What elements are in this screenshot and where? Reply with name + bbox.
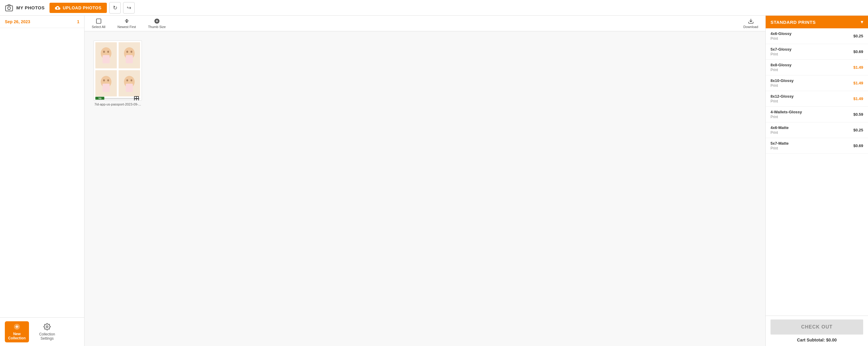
svg-point-27 (126, 50, 128, 53)
passport-photo-svg: 7ID (94, 41, 142, 100)
svg-rect-36 (126, 83, 133, 92)
print-name: 8x12-Glossy (771, 94, 794, 99)
print-info: 8x8-Glossy Print (771, 63, 791, 72)
my-photos-section: MY PHOTOS (5, 4, 45, 12)
svg-point-1 (7, 7, 10, 9)
download-button[interactable]: Download (741, 17, 761, 30)
thumb-size-button[interactable]: Thumb Size (146, 17, 168, 30)
print-item[interactable]: 5x7-Glossy Print $0.69 (766, 44, 868, 60)
svg-point-33 (107, 79, 109, 81)
sidebar-spacer (0, 28, 84, 317)
prints-list: 4x6-Glossy Print $0.25 5x7-Glossy Print … (766, 28, 868, 316)
print-type: Print (771, 68, 791, 72)
print-info: 5x7-Glossy Print (771, 47, 791, 56)
newest-first-button[interactable]: Newest First (115, 17, 138, 30)
refresh-icon: ↻ (113, 4, 117, 11)
svg-rect-26 (126, 55, 133, 64)
print-price: $0.69 (853, 143, 863, 148)
svg-rect-44 (137, 97, 138, 98)
newest-first-label: Newest First (117, 25, 136, 29)
print-info: 4x6-Glossy Print (771, 31, 791, 41)
share-button[interactable]: ↪ (123, 2, 134, 13)
print-item[interactable]: 4-Wallets-Glossy Print $0.59 (766, 107, 868, 123)
svg-rect-21 (103, 55, 110, 64)
gear-icon (43, 323, 51, 330)
svg-point-32 (103, 79, 105, 81)
share-icon: ↪ (127, 4, 131, 11)
main-layout: Sep 26, 2023 1 New Collection Collection… (0, 16, 868, 346)
print-name: 8x8-Glossy (771, 63, 791, 67)
thumb-size-icon (154, 18, 160, 24)
date-row: Sep 26, 2023 1 (0, 16, 84, 28)
print-item[interactable]: 8x10-Glossy Print $1.49 (766, 75, 868, 91)
date-label: Sep 26, 2023 (5, 19, 30, 24)
select-all-label: Select All (92, 25, 105, 29)
print-name: 4x6-Glossy (771, 31, 791, 36)
standard-prints-header[interactable]: STANDARD PRINTS ▾ (766, 16, 868, 28)
svg-point-22 (103, 50, 105, 53)
svg-rect-45 (134, 99, 136, 100)
print-price: $0.25 (853, 128, 863, 132)
photo-item[interactable]: 7ID 7id-app-us-passport-2023-09-... (94, 40, 142, 106)
print-name: 4x6-Matte (771, 126, 788, 130)
print-name: 4-Wallets-Glossy (771, 110, 802, 114)
upload-photos-button[interactable]: UPLOAD PHOTOS (50, 3, 107, 13)
print-type: Print (771, 52, 791, 56)
svg-rect-9 (126, 22, 127, 23)
photo-thumbnail: 7ID (94, 40, 142, 101)
cloud-upload-icon (55, 5, 60, 10)
print-type: Print (771, 115, 802, 119)
collection-settings-label: Collection Settings (35, 332, 59, 341)
svg-text:7ID: 7ID (98, 97, 101, 100)
right-panel: STANDARD PRINTS ▾ 4x6-Glossy Print $0.25… (765, 16, 868, 346)
svg-point-38 (130, 79, 132, 81)
sort-icon (124, 18, 130, 24)
checkbox-icon (96, 18, 102, 24)
print-price: $0.59 (853, 112, 863, 117)
print-info: 4x6-Matte Print (771, 126, 788, 135)
center-content: Select All Newest First Thumb Size (85, 16, 765, 346)
new-collection-button[interactable]: New Collection (5, 321, 29, 342)
collection-settings-button[interactable]: Collection Settings (35, 321, 59, 342)
print-name: 5x7-Matte (771, 141, 788, 146)
print-price: $1.49 (853, 81, 863, 85)
camera-icon (5, 4, 13, 12)
print-price: $1.49 (853, 97, 863, 101)
standard-prints-label: STANDARD PRINTS (771, 20, 816, 25)
print-item[interactable]: 8x8-Glossy Print $1.49 (766, 60, 868, 75)
print-info: 4-Wallets-Glossy Print (771, 110, 802, 119)
print-name: 5x7-Glossy (771, 47, 791, 51)
print-item[interactable]: 8x12-Glossy Print $1.49 (766, 91, 868, 107)
print-item[interactable]: 4x6-Matte Print $0.25 (766, 123, 868, 138)
print-info: 8x12-Glossy Print (771, 94, 794, 103)
photo-filename: 7id-app-us-passport-2023-09-... (94, 102, 141, 106)
refresh-button[interactable]: ↻ (109, 2, 121, 13)
svg-point-5 (46, 326, 48, 327)
print-price: $1.49 (853, 65, 863, 70)
svg-rect-43 (134, 97, 136, 98)
print-type: Print (771, 131, 788, 135)
download-icon (748, 18, 754, 24)
svg-rect-46 (137, 99, 138, 100)
print-type: Print (771, 99, 794, 103)
print-info: 8x10-Glossy Print (771, 78, 794, 88)
checkout-section: CHECK OUT Cart Subtotal: $0.00 (766, 316, 868, 346)
checkout-button[interactable]: CHECK OUT (771, 319, 863, 335)
svg-rect-6 (96, 19, 101, 24)
svg-point-37 (126, 79, 128, 81)
chevron-down-icon: ▾ (861, 19, 864, 25)
svg-point-28 (130, 50, 132, 53)
cart-subtotal: Cart Subtotal: $0.00 (771, 338, 863, 342)
svg-rect-31 (103, 83, 110, 92)
left-sidebar: Sep 26, 2023 1 New Collection Collection… (0, 16, 85, 346)
my-photos-label: MY PHOTOS (16, 5, 45, 10)
download-label: Download (743, 25, 758, 29)
date-count: 1 (77, 19, 80, 24)
print-item[interactable]: 4x6-Glossy Print $0.25 (766, 28, 868, 44)
select-all-button[interactable]: Select All (89, 17, 108, 30)
svg-rect-8 (126, 22, 128, 22)
print-info: 5x7-Matte Print (771, 141, 788, 150)
new-collection-label: New Collection (5, 332, 29, 340)
print-item[interactable]: 5x7-Matte Print $0.69 (766, 138, 868, 154)
print-type: Print (771, 83, 794, 88)
